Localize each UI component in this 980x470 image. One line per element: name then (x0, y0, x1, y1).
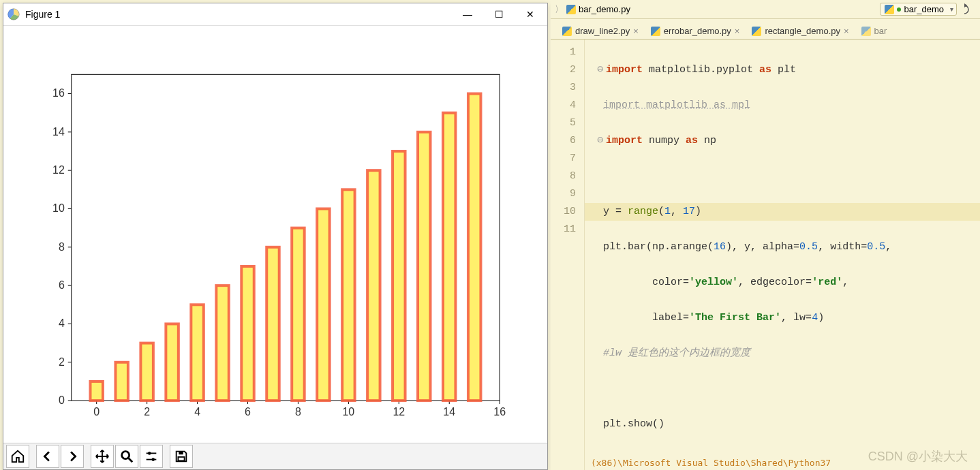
breadcrumb-file: bar_demo.py (579, 4, 630, 14)
svg-line-55 (129, 458, 133, 463)
ide-topbar: 〉 bar_demo.py bar_demo (551, 0, 980, 19)
forward-button[interactable] (61, 445, 84, 468)
svg-rect-45 (266, 247, 279, 401)
tab-label: errobar_demo.py (664, 26, 731, 36)
svg-rect-48 (342, 190, 354, 401)
pan-button[interactable] (91, 445, 114, 468)
svg-text:10: 10 (343, 406, 355, 418)
svg-rect-51 (418, 132, 430, 401)
line-gutter: 123 456 789 1011 (551, 40, 585, 470)
run-indicator-icon (897, 7, 901, 12)
svg-text:4: 4 (59, 318, 65, 330)
svg-rect-1 (72, 75, 500, 401)
matplotlib-icon (7, 8, 20, 20)
python-file-icon (562, 27, 572, 36)
svg-text:14: 14 (443, 406, 455, 418)
svg-rect-47 (317, 209, 329, 401)
close-icon[interactable]: × (633, 26, 639, 36)
close-icon[interactable]: × (735, 26, 740, 36)
ide-panel: 〉 bar_demo.py bar_demo draw_line2.py × e… (551, 0, 980, 470)
breadcrumb-sep: 〉 (555, 3, 564, 16)
plot-area[interactable]: 02468101214160246810121416 (3, 26, 547, 442)
configure-button[interactable] (140, 445, 163, 468)
python-file-icon (885, 5, 894, 14)
zoom-button[interactable] (115, 445, 138, 468)
svg-rect-41 (166, 324, 178, 401)
tab-label: bar (874, 26, 887, 36)
svg-text:14: 14 (52, 126, 65, 138)
svg-text:16: 16 (493, 406, 506, 418)
svg-rect-46 (292, 228, 304, 401)
run-config-label: bar_demo (904, 4, 944, 14)
svg-rect-38 (90, 381, 102, 401)
window-title: Figure 1 (25, 9, 60, 20)
svg-text:0: 0 (59, 394, 65, 406)
svg-text:2: 2 (59, 356, 65, 368)
editor-tabstrip: draw_line2.py × errobar_demo.py × rectan… (551, 19, 980, 40)
svg-rect-40 (140, 343, 153, 401)
svg-rect-39 (115, 362, 127, 401)
svg-point-59 (151, 458, 155, 461)
python-file-icon (861, 27, 871, 36)
run-config-selector[interactable]: bar_demo (880, 3, 957, 16)
code-editor[interactable]: 123 456 789 1011 ⊖import matplotlib.pypl… (551, 40, 980, 470)
breadcrumb[interactable]: 〉 bar_demo.py (555, 3, 876, 16)
svg-point-54 (122, 452, 129, 459)
svg-rect-43 (216, 285, 228, 401)
svg-text:6: 6 (59, 279, 65, 291)
svg-rect-61 (179, 452, 183, 455)
svg-rect-60 (178, 457, 184, 461)
svg-text:8: 8 (59, 241, 65, 253)
python-file-icon (752, 27, 761, 36)
minimize-button[interactable]: — (452, 4, 483, 25)
svg-text:16: 16 (52, 88, 65, 99)
svg-text:2: 2 (144, 406, 150, 418)
svg-text:12: 12 (52, 164, 65, 176)
svg-text:12: 12 (393, 406, 405, 418)
bar-chart: 02468101214160246810121416 (3, 26, 547, 442)
svg-text:4: 4 (194, 406, 200, 418)
titlebar[interactable]: Figure 1 — ☐ ✕ (3, 3, 547, 26)
python-file-icon (651, 27, 660, 36)
svg-text:10: 10 (52, 203, 65, 215)
svg-text:0: 0 (93, 406, 99, 418)
svg-rect-49 (367, 170, 380, 401)
close-button[interactable]: ✕ (515, 4, 546, 25)
back-button[interactable] (36, 445, 59, 468)
svg-rect-53 (468, 94, 480, 401)
close-icon[interactable]: × (844, 26, 849, 36)
tab-draw-line2[interactable]: draw_line2.py × (556, 22, 645, 39)
home-button[interactable] (6, 445, 29, 468)
svg-text:8: 8 (295, 406, 301, 418)
tab-label: rectangle_demo.py (765, 26, 840, 36)
svg-rect-42 (191, 305, 203, 401)
python-file-icon (566, 5, 576, 14)
tab-label: draw_line2.py (575, 26, 630, 36)
figure-window: Figure 1 — ☐ ✕ 0246810121416024681012141… (3, 3, 548, 470)
rerun-button[interactable] (961, 2, 976, 17)
svg-rect-50 (393, 151, 405, 401)
svg-text:6: 6 (245, 406, 251, 418)
svg-rect-52 (443, 113, 455, 401)
tab-rectangle-demo[interactable]: rectangle_demo.py × (746, 22, 855, 39)
tab-errobar-demo[interactable]: errobar_demo.py × (645, 22, 746, 39)
svg-rect-44 (241, 266, 254, 401)
figure-toolbar (3, 443, 547, 469)
save-button[interactable] (170, 445, 193, 468)
tab-bar-demo[interactable]: bar (855, 22, 893, 39)
svg-point-57 (148, 452, 151, 455)
maximize-button[interactable]: ☐ (483, 4, 515, 25)
code-content: ⊖import matplotlib.pyplot as plt import … (585, 40, 980, 470)
